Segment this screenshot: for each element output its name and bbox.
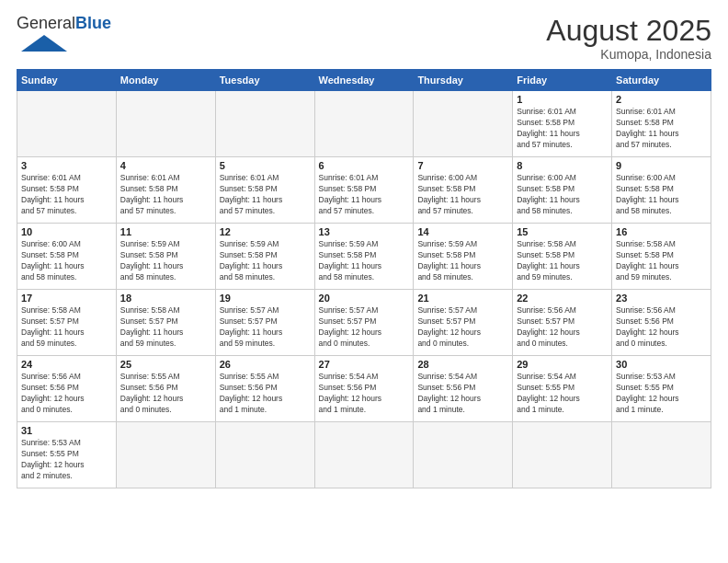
- calendar-cell: 11Sunrise: 5:59 AM Sunset: 5:58 PM Dayli…: [116, 224, 215, 290]
- calendar-cell: 31Sunrise: 5:53 AM Sunset: 5:55 PM Dayli…: [17, 422, 117, 488]
- day-number: 30: [616, 359, 707, 370]
- calendar-cell: 25Sunrise: 5:55 AM Sunset: 5:56 PM Dayli…: [116, 356, 215, 422]
- day-info: Sunrise: 5:58 AM Sunset: 5:58 PM Dayligh…: [616, 239, 707, 283]
- day-number: 18: [120, 293, 211, 304]
- calendar-cell: [17, 91, 117, 157]
- calendar-cell: 3Sunrise: 6:01 AM Sunset: 5:58 PM Daylig…: [17, 157, 117, 224]
- title-area: August 2025 Kumopa, Indonesia: [546, 15, 711, 62]
- day-info: Sunrise: 6:01 AM Sunset: 5:58 PM Dayligh…: [517, 107, 608, 151]
- day-info: Sunrise: 6:00 AM Sunset: 5:58 PM Dayligh…: [616, 173, 707, 217]
- day-info: Sunrise: 5:57 AM Sunset: 5:57 PM Dayligh…: [417, 305, 508, 350]
- day-number: 31: [21, 425, 112, 436]
- calendar-cell: [314, 422, 414, 488]
- calendar-week-row: 10Sunrise: 6:00 AM Sunset: 5:58 PM Dayli…: [17, 224, 711, 290]
- day-info: Sunrise: 5:53 AM Sunset: 5:55 PM Dayligh…: [21, 438, 112, 482]
- calendar-cell: 22Sunrise: 5:56 AM Sunset: 5:57 PM Dayli…: [513, 290, 612, 356]
- calendar-week-row: 31Sunrise: 5:53 AM Sunset: 5:55 PM Dayli…: [17, 422, 711, 488]
- day-number: 16: [616, 226, 707, 237]
- calendar-cell: 26Sunrise: 5:55 AM Sunset: 5:56 PM Dayli…: [215, 356, 314, 422]
- day-number: 3: [21, 160, 112, 171]
- day-number: 29: [517, 359, 608, 370]
- calendar: SundayMondayTuesdayWednesdayThursdayFrid…: [17, 69, 711, 488]
- logo-icon: [17, 33, 72, 53]
- calendar-cell: 16Sunrise: 5:58 AM Sunset: 5:58 PM Dayli…: [612, 224, 711, 290]
- day-info: Sunrise: 6:01 AM Sunset: 5:58 PM Dayligh…: [120, 173, 211, 217]
- day-number: 27: [319, 359, 410, 370]
- calendar-cell: 8Sunrise: 6:00 AM Sunset: 5:58 PM Daylig…: [513, 157, 612, 224]
- day-info: Sunrise: 5:55 AM Sunset: 5:56 PM Dayligh…: [120, 372, 211, 416]
- header: GeneralBlue August 2025 Kumopa, Indonesi…: [17, 15, 711, 62]
- calendar-cell: 29Sunrise: 5:54 AM Sunset: 5:55 PM Dayli…: [513, 356, 612, 422]
- calendar-cell: 14Sunrise: 5:59 AM Sunset: 5:58 PM Dayli…: [414, 224, 513, 290]
- day-number: 26: [220, 359, 311, 370]
- calendar-cell: [116, 422, 215, 488]
- calendar-cell: 9Sunrise: 6:00 AM Sunset: 5:58 PM Daylig…: [612, 157, 711, 224]
- calendar-cell: 6Sunrise: 6:01 AM Sunset: 5:58 PM Daylig…: [314, 157, 414, 224]
- calendar-cell: [215, 422, 314, 488]
- day-number: 10: [21, 226, 112, 237]
- weekday-thursday: Thursday: [414, 70, 513, 91]
- location: Kumopa, Indonesia: [546, 47, 711, 62]
- day-number: 14: [417, 226, 508, 237]
- calendar-cell: [612, 422, 711, 488]
- calendar-cell: 24Sunrise: 5:56 AM Sunset: 5:56 PM Dayli…: [17, 356, 117, 422]
- weekday-sunday: Sunday: [17, 70, 117, 91]
- day-number: 20: [319, 293, 410, 304]
- calendar-week-row: 17Sunrise: 5:58 AM Sunset: 5:57 PM Dayli…: [17, 290, 711, 356]
- calendar-cell: [414, 422, 513, 488]
- svg-marker-0: [21, 35, 67, 52]
- day-info: Sunrise: 5:55 AM Sunset: 5:56 PM Dayligh…: [220, 372, 311, 416]
- day-number: 24: [21, 359, 112, 370]
- day-info: Sunrise: 5:57 AM Sunset: 5:57 PM Dayligh…: [319, 305, 410, 350]
- calendar-cell: 28Sunrise: 5:54 AM Sunset: 5:56 PM Dayli…: [414, 356, 513, 422]
- day-info: Sunrise: 5:54 AM Sunset: 5:56 PM Dayligh…: [319, 372, 410, 416]
- day-info: Sunrise: 5:59 AM Sunset: 5:58 PM Dayligh…: [417, 239, 508, 283]
- day-number: 5: [220, 160, 311, 171]
- calendar-cell: 19Sunrise: 5:57 AM Sunset: 5:57 PM Dayli…: [215, 290, 314, 356]
- day-number: 13: [319, 226, 410, 237]
- day-number: 8: [517, 160, 608, 171]
- day-info: Sunrise: 5:56 AM Sunset: 5:56 PM Dayligh…: [21, 372, 112, 416]
- calendar-cell: 20Sunrise: 5:57 AM Sunset: 5:57 PM Dayli…: [314, 290, 414, 356]
- day-number: 19: [220, 293, 311, 304]
- day-info: Sunrise: 5:59 AM Sunset: 5:58 PM Dayligh…: [319, 239, 410, 283]
- weekday-friday: Friday: [513, 70, 612, 91]
- day-info: Sunrise: 6:00 AM Sunset: 5:58 PM Dayligh…: [517, 173, 608, 217]
- calendar-week-row: 1Sunrise: 6:01 AM Sunset: 5:58 PM Daylig…: [17, 91, 711, 157]
- day-number: 17: [21, 293, 112, 304]
- calendar-cell: 27Sunrise: 5:54 AM Sunset: 5:56 PM Dayli…: [314, 356, 414, 422]
- day-number: 4: [120, 160, 211, 171]
- calendar-cell: 18Sunrise: 5:58 AM Sunset: 5:57 PM Dayli…: [116, 290, 215, 356]
- day-info: Sunrise: 5:54 AM Sunset: 5:55 PM Dayligh…: [517, 372, 608, 416]
- calendar-cell: 12Sunrise: 5:59 AM Sunset: 5:58 PM Dayli…: [215, 224, 314, 290]
- calendar-cell: 23Sunrise: 5:56 AM Sunset: 5:56 PM Dayli…: [612, 290, 711, 356]
- calendar-cell: 5Sunrise: 6:01 AM Sunset: 5:58 PM Daylig…: [215, 157, 314, 224]
- day-number: 2: [616, 94, 707, 105]
- calendar-cell: 30Sunrise: 5:53 AM Sunset: 5:55 PM Dayli…: [612, 356, 711, 422]
- calendar-week-row: 24Sunrise: 5:56 AM Sunset: 5:56 PM Dayli…: [17, 356, 711, 422]
- day-number: 7: [417, 160, 508, 171]
- calendar-cell: 15Sunrise: 5:58 AM Sunset: 5:58 PM Dayli…: [513, 224, 612, 290]
- day-info: Sunrise: 6:00 AM Sunset: 5:58 PM Dayligh…: [417, 173, 508, 217]
- day-info: Sunrise: 6:01 AM Sunset: 5:58 PM Dayligh…: [21, 173, 112, 217]
- logo-general: General: [17, 14, 75, 32]
- day-info: Sunrise: 6:01 AM Sunset: 5:58 PM Dayligh…: [616, 107, 707, 151]
- day-number: 21: [417, 293, 508, 304]
- weekday-monday: Monday: [116, 70, 215, 91]
- calendar-cell: 2Sunrise: 6:01 AM Sunset: 5:58 PM Daylig…: [612, 91, 711, 157]
- calendar-cell: 17Sunrise: 5:58 AM Sunset: 5:57 PM Dayli…: [17, 290, 117, 356]
- weekday-wednesday: Wednesday: [314, 70, 414, 91]
- day-number: 1: [517, 94, 608, 105]
- calendar-cell: [116, 91, 215, 157]
- day-info: Sunrise: 5:57 AM Sunset: 5:57 PM Dayligh…: [220, 305, 311, 350]
- calendar-cell: 1Sunrise: 6:01 AM Sunset: 5:58 PM Daylig…: [513, 91, 612, 157]
- calendar-week-row: 3Sunrise: 6:01 AM Sunset: 5:58 PM Daylig…: [17, 157, 711, 224]
- day-number: 11: [120, 226, 211, 237]
- day-info: Sunrise: 6:01 AM Sunset: 5:58 PM Dayligh…: [220, 173, 311, 217]
- day-info: Sunrise: 5:59 AM Sunset: 5:58 PM Dayligh…: [120, 239, 211, 283]
- day-info: Sunrise: 6:01 AM Sunset: 5:58 PM Dayligh…: [319, 173, 410, 217]
- day-number: 12: [220, 226, 311, 237]
- calendar-cell: 13Sunrise: 5:59 AM Sunset: 5:58 PM Dayli…: [314, 224, 414, 290]
- day-info: Sunrise: 5:59 AM Sunset: 5:58 PM Dayligh…: [220, 239, 311, 283]
- day-number: 25: [120, 359, 211, 370]
